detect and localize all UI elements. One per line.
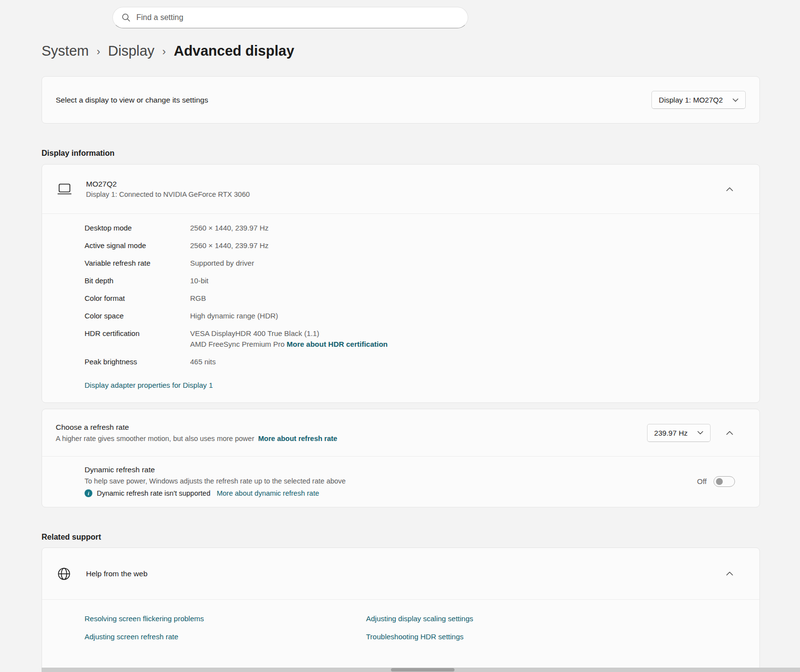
detail-row-variable-refresh-rate: Variable refresh rate Supported by drive… <box>85 258 746 269</box>
collapse-display-info-button[interactable] <box>724 185 735 193</box>
more-about-refresh-rate-link[interactable]: More about refresh rate <box>258 435 337 442</box>
detail-row-bit-depth: Bit depth 10-bit <box>85 275 746 286</box>
search-icon <box>122 13 130 22</box>
chevron-down-icon <box>697 431 703 435</box>
search-box[interactable] <box>112 7 468 28</box>
help-from-web-title: Help from the web <box>86 569 724 578</box>
chevron-down-icon <box>733 98 738 102</box>
settings-advanced-display-page: System › Display › Advanced display Sele… <box>0 0 800 672</box>
refresh-rate-dropdown[interactable]: 239.97 Hz <box>647 424 711 442</box>
dynamic-refresh-rate-info-text: Dynamic refresh rate isn't supported <box>97 489 210 497</box>
collapse-refresh-rate-button[interactable] <box>724 429 735 437</box>
detail-row-peak-brightness: Peak brightness 465 nits <box>85 357 746 367</box>
horizontal-scrollbar[interactable] <box>42 668 800 672</box>
help-link-display-scaling[interactable]: Adjusting display scaling settings <box>366 614 746 623</box>
toggle-state-label: Off <box>697 477 707 485</box>
breadcrumb: System › Display › Advanced display <box>42 43 760 59</box>
refresh-rate-subtitle: A higher rate gives smoother motion, but… <box>56 435 647 442</box>
device-subtitle: Display 1: Connected to NVIDIA GeForce R… <box>86 190 724 198</box>
horizontal-scrollbar-thumb[interactable] <box>391 668 454 672</box>
breadcrumb-separator-icon: › <box>97 44 100 58</box>
monitor-icon <box>57 182 72 196</box>
globe-icon <box>57 567 71 581</box>
dynamic-refresh-rate-row: Dynamic refresh rate To help save power,… <box>42 457 759 507</box>
help-from-web-card: Help from the web Resolving screen flick… <box>42 547 760 672</box>
display-adapter-properties-link[interactable]: Display adapter properties for Display 1 <box>85 381 213 389</box>
display-info-card: MO27Q2 Display 1: Connected to NVIDIA Ge… <box>42 164 760 403</box>
help-link-screen-flickering[interactable]: Resolving screen flickering problems <box>85 614 366 623</box>
detail-row-desktop-mode: Desktop mode 2560 × 1440, 239.97 Hz <box>85 223 746 233</box>
dynamic-refresh-rate-subtitle: To help save power, Windows adjusts the … <box>85 477 697 485</box>
breadcrumb-display[interactable]: Display <box>108 43 154 59</box>
display-selector-dropdown[interactable]: Display 1: MO27Q2 <box>651 91 746 109</box>
refresh-rate-card: Choose a refresh rate A higher rate give… <box>42 409 760 507</box>
refresh-rate-title: Choose a refresh rate <box>56 423 647 432</box>
dynamic-refresh-rate-title: Dynamic refresh rate <box>85 465 697 474</box>
breadcrumb-separator-icon: › <box>162 44 166 58</box>
collapse-help-button[interactable] <box>724 569 735 578</box>
help-links-grid: Resolving screen flickering problems Adj… <box>42 600 759 641</box>
help-from-web-header[interactable]: Help from the web <box>42 548 759 599</box>
toggle-thumb <box>716 478 723 485</box>
detail-row-hdr-certification: HDR certification VESA DisplayHDR 400 Tr… <box>85 328 746 350</box>
more-about-hdr-certification-link[interactable]: More about HDR certification <box>287 340 388 348</box>
more-about-dynamic-refresh-rate-link[interactable]: More about dynamic refresh rate <box>216 489 319 497</box>
detail-row-active-signal-mode: Active signal mode 2560 × 1440, 239.97 H… <box>85 240 746 251</box>
display-info-header[interactable]: MO27Q2 Display 1: Connected to NVIDIA Ge… <box>42 165 759 213</box>
section-title-display-information: Display information <box>42 149 760 158</box>
display-details-list: Desktop mode 2560 × 1440, 239.97 Hz Acti… <box>42 214 759 402</box>
search-input[interactable] <box>136 13 459 22</box>
display-selector-label: Select a display to view or change its s… <box>56 96 208 105</box>
help-link-screen-refresh-rate[interactable]: Adjusting screen refresh rate <box>85 632 366 641</box>
page-title: Advanced display <box>173 43 294 59</box>
info-icon: i <box>85 489 92 497</box>
device-name: MO27Q2 <box>86 180 724 189</box>
section-title-related-support: Related support <box>42 533 760 542</box>
detail-row-color-format: Color format RGB <box>85 293 746 304</box>
display-selector-card: Select a display to view or change its s… <box>42 76 760 124</box>
detail-row-color-space: Color space High dynamic range (HDR) <box>85 311 746 321</box>
dynamic-refresh-rate-toggle[interactable] <box>714 476 735 487</box>
breadcrumb-system[interactable]: System <box>42 43 89 59</box>
help-link-troubleshooting-hdr[interactable]: Troubleshooting HDR settings <box>366 632 746 641</box>
display-selector-value: Display 1: MO27Q2 <box>659 96 723 104</box>
refresh-rate-value: 239.97 Hz <box>654 429 688 437</box>
